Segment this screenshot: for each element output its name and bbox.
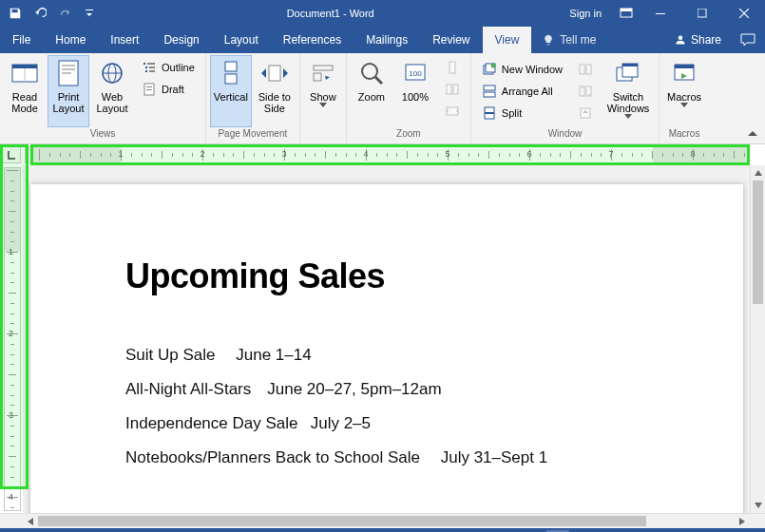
group-zoom: Zoom 100 100% Zoom bbox=[347, 53, 471, 143]
document-heading[interactable]: Upcoming Sales bbox=[125, 256, 648, 296]
document-line[interactable]: All-Night All-Stars June 20–27, 5pm–12am bbox=[125, 380, 648, 399]
switch-windows-button[interactable]: Switch Windows bbox=[602, 55, 655, 127]
page-width-button[interactable] bbox=[440, 101, 465, 122]
qat-customize-button[interactable] bbox=[78, 2, 101, 25]
macros-label: Macros bbox=[667, 91, 701, 103]
tab-selector[interactable] bbox=[2, 146, 21, 163]
svg-rect-26 bbox=[314, 66, 333, 70]
svg-rect-9 bbox=[62, 68, 75, 70]
sign-in-link[interactable]: Sign in bbox=[560, 8, 611, 19]
svg-line-29 bbox=[375, 77, 382, 84]
group-macros: Macros Macros bbox=[660, 53, 709, 143]
hscroll-thumb[interactable] bbox=[38, 516, 646, 526]
scroll-down-button[interactable] bbox=[751, 498, 765, 513]
macros-button[interactable]: Macros bbox=[663, 55, 705, 127]
undo-button[interactable] bbox=[29, 2, 51, 25]
tell-me-search[interactable]: Tell me bbox=[531, 27, 607, 53]
vertical-ruler-area: 12345 bbox=[0, 165, 23, 513]
read-mode-button[interactable]: Read Mode bbox=[4, 55, 46, 127]
new-window-button[interactable]: New Window bbox=[477, 59, 567, 80]
one-page-button[interactable] bbox=[440, 57, 465, 78]
close-button[interactable] bbox=[725, 2, 763, 25]
scroll-up-button[interactable] bbox=[751, 165, 765, 180]
scroll-right-button[interactable] bbox=[735, 514, 750, 528]
vertical-scrollbar[interactable] bbox=[750, 165, 765, 513]
web-layout-button[interactable]: Web Layout bbox=[91, 55, 133, 127]
tab-insert[interactable]: Insert bbox=[98, 27, 151, 53]
vertical-icon bbox=[216, 58, 246, 88]
macros-icon bbox=[669, 58, 699, 88]
side-to-side-button[interactable]: Side to Side bbox=[254, 55, 296, 127]
svg-rect-14 bbox=[143, 63, 145, 65]
tab-home[interactable]: Home bbox=[43, 27, 98, 53]
svg-rect-19 bbox=[149, 70, 155, 72]
comments-button[interactable] bbox=[731, 27, 765, 53]
ribbon-tabs: File Home Insert Design Layout Reference… bbox=[0, 27, 765, 53]
web-layout-label: Web Layout bbox=[94, 91, 130, 114]
group-show: Show bbox=[300, 53, 347, 143]
document-line[interactable]: Notebooks/Planners Back to School Sale J… bbox=[125, 448, 648, 467]
sync-scroll-button[interactable] bbox=[573, 81, 598, 102]
multi-page-button[interactable] bbox=[440, 79, 465, 100]
svg-rect-16 bbox=[145, 66, 147, 68]
svg-rect-2 bbox=[656, 13, 665, 14]
scroll-left-button[interactable] bbox=[23, 514, 38, 528]
zoom-icon bbox=[356, 58, 387, 88]
sync-scroll-icon bbox=[578, 84, 593, 99]
ribbon-display-options-button[interactable] bbox=[615, 2, 638, 25]
quick-access-toolbar bbox=[0, 2, 101, 25]
reset-window-icon bbox=[578, 105, 593, 121]
split-button[interactable]: Split bbox=[477, 103, 567, 124]
outline-button[interactable]: Outline bbox=[137, 57, 200, 78]
horizontal-ruler[interactable]: 12345678910 bbox=[25, 146, 750, 163]
chevron-down-icon bbox=[319, 103, 327, 107]
redo-button[interactable] bbox=[53, 2, 76, 25]
tab-review[interactable]: Review bbox=[420, 27, 482, 53]
document-line[interactable]: Suit Up Sale June 1–14 bbox=[125, 346, 648, 365]
title-bar: Document1 - Word Sign in bbox=[0, 0, 765, 27]
tab-mailings[interactable]: Mailings bbox=[354, 27, 420, 53]
side-by-side-icon bbox=[578, 62, 593, 77]
show-label: Show bbox=[310, 91, 336, 103]
share-button[interactable]: Share bbox=[665, 27, 731, 53]
show-dropdown[interactable]: Show bbox=[304, 55, 342, 127]
view-side-by-side-button[interactable] bbox=[573, 59, 598, 80]
print-layout-button[interactable]: Print Layout bbox=[48, 55, 89, 127]
split-icon bbox=[482, 105, 497, 121]
vscroll-thumb[interactable] bbox=[753, 180, 763, 304]
save-button[interactable] bbox=[4, 2, 27, 25]
tab-design[interactable]: Design bbox=[151, 27, 211, 53]
print-layout-label: Print Layout bbox=[50, 91, 86, 114]
tab-references[interactable]: References bbox=[271, 27, 354, 53]
reset-window-button[interactable] bbox=[573, 103, 598, 124]
vertical-button[interactable]: Vertical bbox=[210, 55, 252, 127]
hscroll-track[interactable] bbox=[38, 516, 735, 526]
svg-rect-33 bbox=[447, 85, 451, 94]
svg-rect-35 bbox=[447, 107, 458, 115]
read-mode-label: Read Mode bbox=[7, 91, 43, 114]
minimize-button[interactable] bbox=[641, 2, 679, 25]
new-window-label: New Window bbox=[502, 64, 563, 75]
hundred-percent-button[interactable]: 100 100% bbox=[394, 55, 436, 127]
group-views: Read Mode Print Layout Web Layout Outlin… bbox=[0, 53, 206, 143]
split-label: Split bbox=[502, 107, 522, 119]
maximize-button[interactable] bbox=[683, 2, 721, 25]
tab-layout[interactable]: Layout bbox=[212, 27, 271, 53]
zoom-button[interactable]: Zoom bbox=[351, 55, 392, 127]
vertical-ruler[interactable]: 12345 bbox=[4, 167, 21, 511]
arrange-all-button[interactable]: Arrange All bbox=[477, 81, 567, 102]
draft-button[interactable]: Draft bbox=[137, 79, 200, 100]
document-viewport[interactable]: Upcoming Sales Suit Up Sale June 1–14 Al… bbox=[23, 165, 750, 513]
document-line[interactable]: Independence Day Sale July 2–5 bbox=[125, 414, 648, 433]
draft-label: Draft bbox=[162, 84, 184, 95]
svg-rect-47 bbox=[581, 108, 590, 118]
vscroll-track[interactable] bbox=[751, 180, 765, 498]
side-to-side-label: Side to Side bbox=[257, 91, 293, 114]
tab-file[interactable]: File bbox=[0, 27, 43, 53]
collapse-ribbon-button[interactable] bbox=[744, 128, 761, 142]
page-width-icon bbox=[445, 104, 460, 119]
print-layout-icon bbox=[53, 58, 84, 88]
comment-icon bbox=[740, 33, 755, 47]
tab-view[interactable]: View bbox=[483, 27, 532, 53]
horizontal-scrollbar[interactable] bbox=[0, 513, 765, 528]
